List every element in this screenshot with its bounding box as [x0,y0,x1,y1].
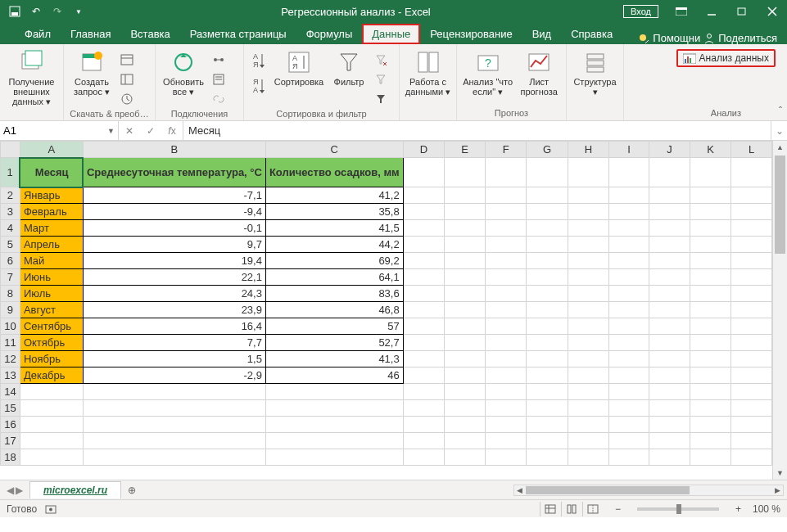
cell[interactable] [609,286,649,302]
cell[interactable] [527,286,568,302]
row-header-2[interactable]: 2 [1,187,20,204]
cell-B3[interactable]: -9,4 [83,204,265,220]
col-header-E[interactable]: E [445,142,486,158]
cell[interactable] [445,253,486,269]
cell[interactable] [690,449,730,466]
cell[interactable] [403,253,444,269]
cell[interactable] [527,302,568,318]
cell-A13[interactable]: Декабрь [20,367,83,384]
cell[interactable] [445,417,486,433]
cell-A7[interactable]: Июнь [20,269,83,286]
cell[interactable] [609,351,649,367]
horizontal-scrollbar[interactable]: ◀ ▶ [513,485,784,496]
cell-B10[interactable]: 16,4 [83,318,265,335]
cell[interactable] [403,220,444,237]
sign-in-button[interactable]: Вход [623,5,658,18]
cell-C5[interactable]: 44,2 [265,237,403,253]
expand-formula-bar-icon[interactable]: ⌄ [771,121,787,140]
cell-A11[interactable]: Октябрь [20,335,83,351]
cell[interactable] [649,384,690,400]
sheet-nav-prev-icon[interactable]: ◀ [7,485,14,496]
cell-C1[interactable]: Количество осадков, мм [265,158,403,187]
cell[interactable] [486,237,527,253]
cell[interactable] [486,269,527,286]
advanced-filter-icon[interactable] [372,90,390,108]
col-header-B[interactable]: B [83,142,265,158]
cell-B2[interactable]: -7,1 [83,187,265,204]
forecast-sheet-button[interactable]: Лист прогноза [517,47,561,97]
cell-B8[interactable]: 24,3 [83,286,265,302]
scroll-down-icon[interactable]: ▼ [773,467,787,480]
redo-icon[interactable]: ↷ [47,2,67,20]
cell[interactable] [649,237,690,253]
cell[interactable] [83,384,265,400]
cell[interactable] [527,220,568,237]
cell[interactable] [83,449,265,466]
row-header-13[interactable]: 13 [1,367,20,384]
cell[interactable] [403,367,444,384]
cell[interactable] [731,204,772,220]
zoom-level[interactable]: 100 % [753,503,780,515]
cell[interactable] [731,286,772,302]
cell[interactable] [690,318,730,335]
cell[interactable] [690,433,730,449]
cell[interactable] [527,269,568,286]
col-header-L[interactable]: L [731,142,772,158]
filter-button[interactable]: Фильтр [329,47,369,87]
cell-A8[interactable]: Июль [20,286,83,302]
cell[interactable] [690,302,730,318]
cell[interactable] [83,417,265,433]
cell[interactable] [731,237,772,253]
cell[interactable] [486,449,527,466]
cell[interactable] [83,400,265,417]
save-icon[interactable] [5,2,25,20]
row-header-18[interactable]: 18 [1,449,20,466]
cell[interactable] [568,433,608,449]
page-break-view-icon[interactable] [582,502,604,516]
cell[interactable] [445,187,486,204]
zoom-out-button[interactable]: − [612,503,624,515]
cell-B13[interactable]: -2,9 [83,367,265,384]
cell-A1[interactable]: Месяц [20,158,83,187]
col-header-C[interactable]: C [265,142,403,158]
cell[interactable] [20,449,83,466]
tab-главная[interactable]: Главная [61,24,120,44]
cell[interactable] [527,417,568,433]
cell[interactable] [486,220,527,237]
refresh-all-button[interactable]: Обновить все ▾ [161,47,206,97]
col-header-I[interactable]: I [609,142,649,158]
cell[interactable] [527,253,568,269]
cell[interactable] [609,253,649,269]
cell[interactable] [527,237,568,253]
cell[interactable] [527,351,568,367]
cell[interactable] [486,204,527,220]
name-box-dropdown-icon[interactable]: ▼ [107,127,115,135]
row-header-11[interactable]: 11 [1,335,20,351]
cell-C9[interactable]: 46,8 [265,302,403,318]
cell[interactable] [649,335,690,351]
row-header-7[interactable]: 7 [1,269,20,286]
cell-A3[interactable]: Февраль [20,204,83,220]
cell[interactable] [609,269,649,286]
tab-вид[interactable]: Вид [522,24,562,44]
cell[interactable] [486,367,527,384]
cell[interactable] [731,253,772,269]
cell[interactable] [486,335,527,351]
spreadsheet-grid[interactable]: ABCDEFGHIJKL1МесяцСреднесуточная темпера… [0,141,787,480]
cell[interactable] [445,367,486,384]
cell-C10[interactable]: 57 [265,318,403,335]
cell[interactable] [690,384,730,400]
cell[interactable] [731,384,772,400]
cell[interactable] [690,237,730,253]
cell[interactable] [690,187,730,204]
cell[interactable] [731,449,772,466]
macro-record-icon[interactable] [45,503,57,515]
cell[interactable] [609,400,649,417]
cell[interactable] [486,318,527,335]
cell[interactable] [568,253,608,269]
from-table-icon[interactable] [118,70,136,88]
scroll-left-icon[interactable]: ◀ [514,485,525,495]
cell[interactable] [403,269,444,286]
cell-C7[interactable]: 64,1 [265,269,403,286]
cell[interactable] [403,302,444,318]
